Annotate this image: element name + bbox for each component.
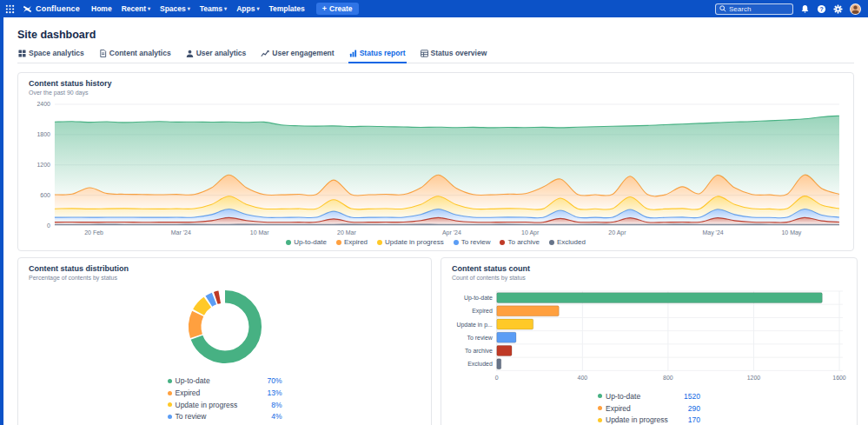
- legend-dot: [598, 418, 602, 422]
- help-icon: ?: [817, 4, 826, 14]
- tab-status-report[interactable]: Status report: [348, 47, 407, 63]
- legend-dot: [286, 240, 291, 245]
- legend-dot: [377, 240, 382, 245]
- svg-text:Excluded: Excluded: [467, 362, 493, 368]
- svg-text:Mar '24: Mar '24: [171, 229, 191, 236]
- history-card-title: Content status history: [29, 79, 843, 88]
- tab-content-analytics[interactable]: Content analytics: [98, 47, 172, 63]
- legend-value[interactable]: 4%: [271, 412, 282, 421]
- count-card-title: Content status count: [452, 264, 846, 273]
- notifications-button[interactable]: [800, 4, 810, 14]
- svg-text:10 May: 10 May: [781, 229, 801, 236]
- legend-value[interactable]: 170: [688, 415, 700, 424]
- nav-right-cluster: ?: [715, 3, 861, 15]
- distribution-legend-row-expired[interactable]: Expired13%: [168, 387, 282, 399]
- legend-item-up-to-date[interactable]: Up-to-date: [286, 238, 327, 246]
- svg-text:Expired: Expired: [472, 309, 493, 315]
- tab-status-overview[interactable]: Status overview: [420, 47, 488, 63]
- svg-text:20 Apr: 20 Apr: [608, 229, 626, 236]
- tab-label: Content analytics: [109, 49, 171, 57]
- primary-nav: HomeRecent▾Spaces▾Teams▾Apps▾Templates: [91, 4, 305, 13]
- legend-value[interactable]: 290: [688, 404, 700, 413]
- count-legend-row-expired[interactable]: Expired290: [598, 402, 700, 415]
- legend-value[interactable]: 8%: [271, 401, 282, 409]
- svg-text:1600: 1600: [832, 375, 846, 382]
- svg-text:To review: To review: [467, 335, 493, 341]
- distribution-legend-row-to-review[interactable]: To review4%: [168, 411, 282, 423]
- top-navigation: Confluence HomeRecent▾Spaces▾Teams▾Apps▾…: [0, 0, 868, 17]
- legend-item-excluded[interactable]: Excluded: [549, 238, 586, 246]
- legend-dot: [598, 406, 602, 410]
- svg-text:400: 400: [578, 375, 588, 382]
- tab-user-engagement[interactable]: User engagement: [260, 47, 335, 63]
- svg-text:0: 0: [47, 222, 50, 229]
- settings-button[interactable]: [833, 4, 843, 14]
- svg-text:May '24: May '24: [702, 229, 723, 236]
- user-avatar[interactable]: [850, 3, 861, 15]
- content-status-distribution-donut: [184, 286, 266, 368]
- search-box[interactable]: [715, 3, 793, 15]
- nav-item-teams[interactable]: Teams▾: [200, 4, 227, 13]
- distribution-card-title: Content status distribution: [29, 264, 421, 273]
- svg-text:20 Feb: 20 Feb: [84, 229, 103, 236]
- tab-label: Status report: [360, 49, 406, 57]
- svg-text:1200: 1200: [747, 375, 761, 382]
- legend-dot: [500, 240, 505, 245]
- distribution-legend-row-update-in-progress[interactable]: Update in progress8%: [168, 399, 282, 411]
- legend-dot: [336, 240, 341, 245]
- nav-item-spaces[interactable]: Spaces▾: [160, 4, 190, 13]
- legend-dot: [168, 391, 172, 395]
- count-card-subtitle: Count of contents by status: [452, 275, 846, 281]
- legend-item-to-archive[interactable]: To archive: [500, 238, 539, 246]
- legend-value[interactable]: 13%: [267, 388, 282, 397]
- count-legend: Up-to-date1520Expired290Update in progre…: [598, 390, 700, 425]
- tab-label: Space analytics: [29, 49, 84, 57]
- distribution-legend-row-up-to-date[interactable]: Up-to-date70%: [168, 375, 282, 387]
- legend-item-expired[interactable]: Expired: [336, 238, 368, 246]
- nav-item-templates[interactable]: Templates: [268, 4, 304, 13]
- legend-dot: [598, 394, 602, 398]
- tab-user-analytics[interactable]: User analytics: [185, 47, 248, 63]
- svg-text:2400: 2400: [36, 101, 50, 107]
- legend-item-update-in-progress[interactable]: Update in progress: [377, 238, 444, 246]
- count-legend-row-update-in-progress[interactable]: Update in progress170: [598, 414, 700, 425]
- svg-text:20 Mar: 20 Mar: [337, 229, 356, 236]
- count-legend-row-up-to-date[interactable]: Up-to-date1520: [598, 390, 700, 402]
- table-icon: [421, 50, 428, 57]
- left-edge-strip: [0, 0, 3, 425]
- legend-value[interactable]: 1520: [684, 392, 700, 401]
- page-title: Site dashboard: [17, 29, 854, 41]
- grid-icon: [18, 50, 26, 57]
- app-switcher-button[interactable]: [5, 4, 15, 14]
- confluence-logo[interactable]: Confluence: [23, 4, 80, 14]
- create-button[interactable]: + Create: [316, 3, 359, 15]
- history-card-subtitle: Over the past 90 days: [29, 90, 843, 96]
- plus-icon: +: [322, 5, 327, 13]
- tab-space-analytics[interactable]: Space analytics: [17, 47, 85, 63]
- avatar-silhouette-icon: [851, 4, 860, 14]
- search-icon: [719, 5, 726, 12]
- svg-text:1200: 1200: [36, 162, 50, 168]
- chevron-down-icon: ▾: [188, 6, 190, 11]
- document-icon: [99, 50, 107, 57]
- svg-text:?: ?: [819, 5, 823, 11]
- distribution-legend: Up-to-date70%Expired13%Update in progres…: [168, 375, 282, 425]
- legend-dot: [549, 240, 554, 245]
- svg-text:800: 800: [663, 375, 673, 382]
- dashboard-tabs: Space analyticsContent analyticsUser ana…: [17, 47, 854, 63]
- legend-dot: [168, 379, 172, 383]
- tab-label: User analytics: [196, 49, 247, 57]
- nav-item-recent[interactable]: Recent▾: [122, 4, 150, 13]
- search-input[interactable]: [729, 5, 789, 13]
- person-icon: [186, 50, 194, 57]
- lower-cards-row: Content status distribution Percentage o…: [17, 257, 854, 425]
- help-button[interactable]: ?: [817, 4, 826, 14]
- nav-item-apps[interactable]: Apps▾: [236, 4, 259, 13]
- legend-value[interactable]: 70%: [267, 376, 282, 385]
- bell-icon: [800, 4, 810, 14]
- legend-item-to-review[interactable]: To review: [454, 238, 491, 246]
- svg-text:To archive: To archive: [465, 348, 493, 354]
- nav-item-home[interactable]: Home: [91, 4, 112, 13]
- content-status-count-chart: 040080012001600Up-to-dateExpiredUpdate i…: [452, 289, 846, 383]
- legend-dot: [168, 415, 172, 419]
